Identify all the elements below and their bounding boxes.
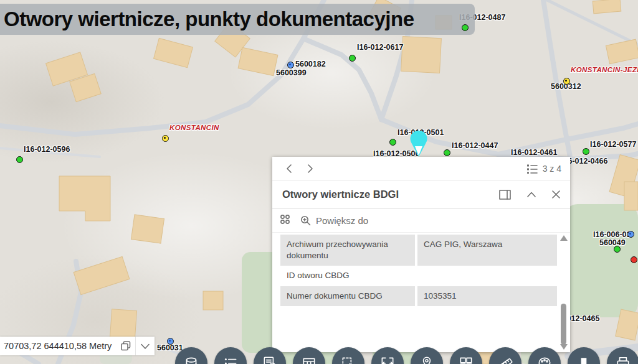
borehole-label: 560031 bbox=[157, 343, 183, 352]
borehole-label: 5600399 bbox=[276, 68, 307, 77]
borehole-label: 560049 bbox=[599, 238, 626, 247]
chevron-left-icon bbox=[286, 164, 292, 174]
attribute-row: ID otworu CBDG bbox=[280, 266, 557, 286]
popup-scrollbar bbox=[559, 234, 568, 351]
attribute-label: Archiwum przechowywania dokumentu bbox=[280, 235, 415, 266]
attribute-label: ID otworu CBDG bbox=[280, 266, 415, 286]
popup-actions-row: Powiększ do bbox=[272, 209, 570, 233]
feature-pagination: 3 z 4 bbox=[526, 164, 561, 174]
coordinate-system-dropdown[interactable] bbox=[136, 337, 155, 355]
swipe-icon bbox=[379, 355, 396, 364]
borehole-label: 5600182 bbox=[295, 60, 326, 68]
map-app: Otwory wiertnicze, punkty dokumentacyjne… bbox=[0, 0, 638, 364]
draw-icon bbox=[536, 355, 553, 364]
scroll-down-arrow[interactable] bbox=[560, 344, 568, 350]
layers-icon bbox=[183, 355, 199, 364]
zoom-to-icon bbox=[300, 215, 311, 226]
info-icon bbox=[262, 355, 278, 364]
select-icon bbox=[340, 355, 356, 364]
attribute-value: 1035351 bbox=[417, 286, 557, 306]
actions-menu-button[interactable] bbox=[280, 214, 290, 227]
coordinates-widget: 70703,72 644410,58 Metry bbox=[0, 337, 155, 355]
popup-title: Otwory wiertnicze BDGI bbox=[282, 189, 399, 200]
place-label: KONSTANCIN bbox=[169, 124, 219, 131]
green-point-marker[interactable] bbox=[614, 246, 621, 253]
print-icon bbox=[615, 355, 631, 364]
green-point-marker[interactable] bbox=[444, 149, 450, 156]
green-point-marker[interactable] bbox=[462, 24, 469, 31]
measure-icon bbox=[497, 355, 513, 364]
yellow-point-marker[interactable] bbox=[162, 135, 169, 142]
blue-point-marker[interactable] bbox=[287, 62, 294, 68]
copy-coordinates-button[interactable] bbox=[117, 337, 135, 355]
zoom-to-button[interactable]: Powiększ do bbox=[300, 215, 368, 226]
near-me-icon bbox=[419, 355, 435, 364]
map-title: Otwory wiertnicze, punkty dokumentacyjne bbox=[4, 7, 414, 31]
blue-point-marker[interactable] bbox=[167, 338, 174, 345]
attribute-value: CAG PIG, Warszawa bbox=[417, 235, 557, 266]
scrollbar-thumb[interactable] bbox=[561, 304, 566, 345]
dock-icon bbox=[499, 190, 511, 200]
four-dots-actions-icon bbox=[280, 214, 290, 225]
previous-feature-button[interactable] bbox=[281, 161, 297, 177]
map-title-overlay: Otwory wiertnicze, punkty dokumentacyjne bbox=[0, 4, 475, 35]
attribute-table: Archiwum przechowywania dokumentuCAG PIG… bbox=[280, 235, 557, 306]
zoom-to-label: Powiększ do bbox=[316, 215, 368, 226]
place-label: KONSTANCIN-JEZIORNA bbox=[571, 66, 638, 73]
green-point-marker[interactable] bbox=[389, 139, 396, 146]
feature-list-icon[interactable] bbox=[526, 164, 538, 174]
scroll-up-arrow[interactable] bbox=[560, 235, 568, 241]
basemap-icon bbox=[458, 355, 474, 364]
borehole-label: I16-006-03 bbox=[593, 230, 631, 239]
borehole-label: I16-012-0617 bbox=[357, 43, 403, 52]
legend-icon bbox=[222, 355, 239, 364]
green-point-marker[interactable] bbox=[583, 148, 589, 155]
next-feature-button[interactable] bbox=[302, 161, 318, 177]
feature-popup: 3 z 4 Otwory wiertnicze BDGI bbox=[272, 157, 570, 352]
collapse-button[interactable] bbox=[527, 192, 536, 197]
close-button[interactable] bbox=[552, 190, 560, 198]
chevron-down-icon bbox=[141, 343, 150, 349]
bookmark-icon bbox=[576, 355, 592, 364]
table-icon bbox=[301, 355, 317, 364]
yellow-point-marker[interactable] bbox=[563, 78, 570, 85]
borehole-label: I16-012-0596 bbox=[24, 145, 70, 154]
green-point-marker[interactable] bbox=[16, 156, 23, 163]
attribute-label: Numer dokumentu CBDG bbox=[280, 286, 415, 306]
red-point-marker[interactable] bbox=[631, 256, 637, 263]
popup-nav-row: 3 z 4 bbox=[272, 157, 570, 180]
blue-point-marker[interactable] bbox=[627, 231, 634, 238]
borehole-label: I16-012-0461 bbox=[511, 148, 557, 157]
selected-feature-marker bbox=[408, 131, 429, 158]
dock-button[interactable] bbox=[499, 190, 511, 200]
coordinates-value: 70703,72 644410,58 Metry bbox=[0, 341, 117, 351]
borehole-label: I16-012-0447 bbox=[452, 141, 498, 150]
attribute-row: Numer dokumentu CBDG1035351 bbox=[280, 286, 557, 306]
popup-content: Archiwum przechowywania dokumentuCAG PIG… bbox=[272, 233, 570, 352]
borehole-label: I16-012-0577 bbox=[590, 140, 636, 149]
copy-icon bbox=[121, 341, 131, 351]
feature-count: 3 z 4 bbox=[543, 164, 561, 174]
green-point-marker[interactable] bbox=[349, 55, 356, 62]
close-icon bbox=[552, 190, 560, 198]
popup-header: Otwory wiertnicze BDGI bbox=[272, 180, 570, 209]
attribute-row: Archiwum przechowywania dokumentuCAG PIG… bbox=[280, 235, 557, 266]
chevron-right-icon bbox=[307, 164, 313, 174]
caret-up-icon bbox=[527, 192, 536, 197]
attribute-value bbox=[417, 266, 557, 286]
